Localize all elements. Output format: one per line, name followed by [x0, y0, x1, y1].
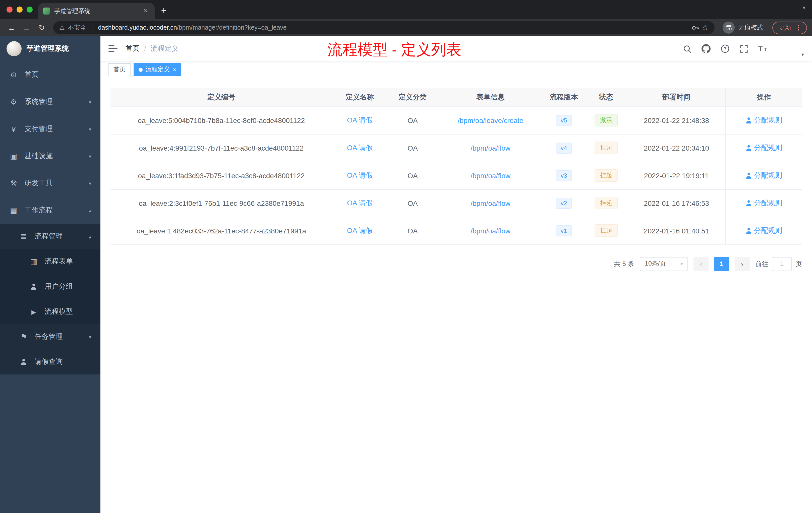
tab-close-icon[interactable]: × — [142, 7, 150, 15]
cell-version: v3 — [543, 162, 584, 189]
definition-name-link[interactable]: OA 请假 — [347, 199, 373, 207]
definition-name-link[interactable]: OA 请假 — [347, 171, 373, 179]
browser-update-button[interactable]: 更新 ⋮ — [772, 21, 807, 34]
form-link[interactable]: /bpm/oa/flow — [470, 172, 511, 179]
cell-category: OA — [388, 217, 438, 244]
sidebar-item-label: 用户分组 — [45, 282, 91, 291]
user-menu[interactable]: ▾ — [781, 40, 804, 57]
dashboard-icon: ⊙ — [9, 70, 18, 79]
page-size-select[interactable]: 10条/页 ▾ — [640, 257, 688, 271]
assign-rule-link[interactable]: 分配规则 — [746, 171, 782, 180]
cell-actions: 分配规则 — [725, 134, 802, 162]
sidebar-item-label: 首页 — [25, 70, 91, 79]
bookmark-star-icon[interactable]: ☆ — [702, 23, 708, 32]
prev-page-button[interactable]: ‹ — [694, 257, 708, 271]
status-badge: 挂起 — [594, 142, 618, 154]
sidebar-item-devtools[interactable]: ⚒ 研发工具 ▾ — [0, 170, 100, 197]
definition-name-link[interactable]: OA 请假 — [347, 226, 373, 234]
url-host: dashboard.yudao.iocoder.cn — [98, 24, 177, 31]
chevron-up-icon: ▴ — [89, 234, 91, 239]
cell-definition-name: OA 请假 — [332, 217, 388, 244]
cell-version: v1 — [543, 217, 584, 244]
form-link[interactable]: /bpm/oa/flow — [470, 144, 511, 152]
assign-rule-link[interactable]: 分配规则 — [746, 199, 782, 208]
sidebar-item-infrastructure[interactable]: ▣ 基础设施 ▾ — [0, 143, 100, 170]
forward-icon[interactable]: → — [20, 21, 33, 34]
sidebar-logo[interactable]: 芋道管理系统 — [0, 36, 100, 61]
browser-menu-icon[interactable]: ⋮ — [795, 24, 802, 32]
sidebar-item-leave-query[interactable]: 请假查询 — [0, 350, 100, 374]
new-tab-button[interactable]: + — [157, 3, 171, 18]
tab-title: 芋道管理系统 — [54, 7, 138, 15]
pagination-goto: 前往 页 — [755, 257, 802, 271]
tag-close-icon[interactable]: × — [173, 66, 176, 73]
cell-form-info: /bpm/oa/flow — [438, 189, 543, 217]
cell-deploy-time: 2022-01-22 21:48:38 — [628, 107, 725, 134]
browser-tab[interactable]: 芋道管理系统 × — [38, 3, 155, 19]
table-row: oa_leave:3:1fad3d93-7b75-11ec-a3c8-acde4… — [111, 162, 802, 189]
person-icon — [746, 200, 752, 206]
page-number-1[interactable]: 1 — [714, 257, 729, 271]
font-size-icon[interactable]: TT — [758, 45, 769, 53]
sidebar-item-user-group[interactable]: 用户分组 — [0, 274, 100, 299]
sidebar-item-task-management[interactable]: ⚑ 任务管理 ▾ — [0, 324, 100, 350]
sidebar-item-process-management[interactable]: ≣ 流程管理 ▴ — [0, 224, 100, 249]
list-icon: ≣ — [19, 232, 28, 241]
sidebar-item-home[interactable]: ⊙ 首页 — [0, 61, 100, 88]
cell-actions: 分配规则 — [725, 107, 802, 134]
cell-definition-id: oa_leave:5:004b710b-7b8a-11ec-8ef0-acde4… — [111, 107, 332, 134]
incognito-icon — [723, 22, 735, 34]
cell-category: OA — [388, 134, 438, 162]
form-link[interactable]: /bpm/oa/flow — [470, 227, 511, 235]
assign-rule-link[interactable]: 分配规则 — [746, 226, 782, 235]
chevron-up-icon: ▴ — [89, 208, 91, 213]
reload-icon[interactable]: ↻ — [35, 21, 48, 34]
table-row: oa_leave:4:991f2193-7b7f-11ec-a3c8-acde4… — [111, 134, 802, 162]
assign-rule-link[interactable]: 分配规则 — [746, 116, 782, 125]
version-badge: v1 — [556, 225, 572, 236]
cell-actions: 分配规则 — [725, 162, 802, 189]
tag-home[interactable]: 首页 — [109, 63, 130, 76]
yen-icon: ¥ — [9, 125, 18, 133]
definition-name-link[interactable]: OA 请假 — [347, 116, 373, 124]
tab-search-chevron-icon[interactable]: ▾ — [803, 4, 806, 11]
browser-window: 芋道管理系统 × + ▾ ← → ↻ ⚠ 不安全 dashboard.yudao… — [0, 0, 812, 513]
cell-form-info: /bpm/oa/flow — [438, 217, 543, 244]
sidebar-item-system[interactable]: ⚙ 系统管理 ▾ — [0, 88, 100, 116]
next-page-button[interactable]: › — [735, 257, 750, 271]
omnibox-divider — [92, 24, 93, 31]
sidebar-item-workflow[interactable]: ▤ 工作流程 ▴ — [0, 197, 100, 224]
form-link[interactable]: /bpm/oa/leave/create — [458, 116, 523, 124]
cell-definition-name: OA 请假 — [332, 162, 388, 189]
chevron-down-icon: ▾ — [680, 261, 683, 267]
version-badge: v5 — [556, 115, 572, 126]
goto-unit: 页 — [795, 259, 802, 268]
svg-text:T: T — [758, 45, 762, 53]
sidebar-item-payment[interactable]: ¥ 支付管理 ▾ — [0, 116, 100, 143]
sidebar-collapse-icon[interactable] — [109, 45, 117, 53]
zoom-window-button[interactable] — [27, 6, 33, 12]
cell-category: OA — [388, 189, 438, 217]
status-badge: 挂起 — [594, 224, 618, 237]
search-icon[interactable] — [683, 44, 692, 53]
cell-definition-id: oa_leave:1:482ec033-762a-11ec-8477-a2380… — [111, 217, 332, 244]
goto-page-input[interactable] — [772, 257, 792, 271]
security-label[interactable]: 不安全 — [68, 23, 87, 32]
form-link[interactable]: /bpm/oa/flow — [470, 199, 511, 207]
back-icon[interactable]: ← — [5, 21, 18, 34]
col-form-info: 表单信息 — [438, 88, 543, 107]
help-icon[interactable]: ? — [721, 44, 730, 53]
password-key-icon[interactable] — [691, 24, 699, 31]
assign-rule-link[interactable]: 分配规则 — [746, 143, 782, 152]
close-window-button[interactable] — [6, 6, 12, 12]
sidebar-item-process-model[interactable]: ► 流程模型 — [0, 299, 100, 324]
github-icon[interactable] — [701, 44, 710, 53]
tag-process-definition[interactable]: 流程定义 × — [134, 63, 181, 76]
cell-actions: 分配规则 — [725, 189, 802, 217]
breadcrumb-home[interactable]: 首页 — [125, 44, 140, 53]
minimize-window-button[interactable] — [17, 6, 23, 12]
fullscreen-icon[interactable] — [740, 44, 748, 53]
sidebar-item-process-form[interactable]: ▥ 流程表单 — [0, 249, 100, 274]
definition-name-link[interactable]: OA 请假 — [347, 143, 373, 151]
url-omnibox[interactable]: ⚠ 不安全 dashboard.yudao.iocoder.cn/bpm/man… — [53, 21, 715, 34]
